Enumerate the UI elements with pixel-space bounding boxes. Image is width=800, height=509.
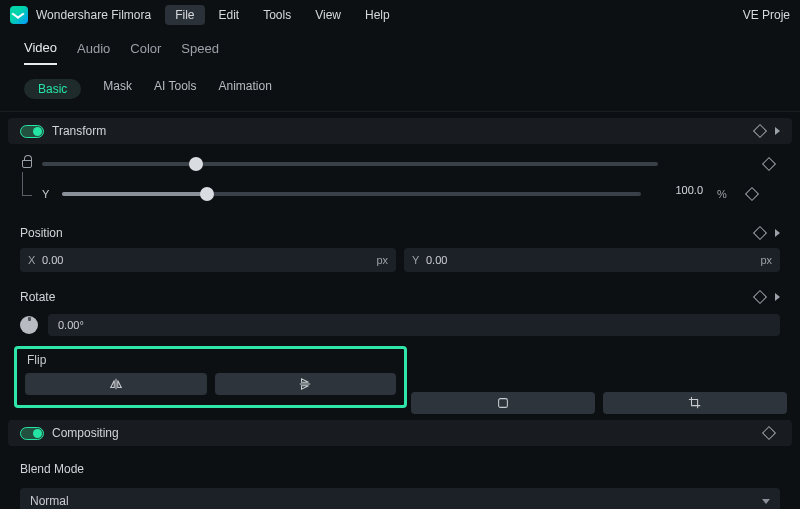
square-icon (496, 396, 510, 410)
tab-video[interactable]: Video (24, 40, 57, 65)
title-bar: Wondershare Filmora File Edit Tools View… (0, 0, 800, 30)
tab-color[interactable]: Color (130, 41, 161, 64)
chevron-down-icon (762, 499, 770, 504)
keyframe-icon[interactable] (745, 187, 759, 201)
keyframe-icon[interactable] (762, 157, 776, 171)
project-name: VE Proje (743, 8, 790, 22)
scale-x-row (8, 144, 792, 178)
keyframe-icon[interactable] (753, 124, 767, 138)
blend-mode-select[interactable]: Normal (20, 488, 780, 509)
primary-tabs: Video Audio Color Speed (0, 30, 800, 69)
blend-header: Blend Mode (8, 452, 792, 482)
rotate-dial[interactable] (20, 316, 38, 334)
app-logo-icon (10, 6, 28, 24)
crop-button[interactable] (603, 392, 787, 414)
scale-y-row: Y 100.0 % (8, 178, 792, 210)
expand-icon[interactable] (775, 293, 780, 301)
crop-icon (688, 396, 702, 410)
rotate-row: 0.00° (8, 310, 792, 340)
transform-title: Transform (52, 124, 106, 138)
rotate-input[interactable]: 0.00° (48, 314, 780, 336)
tab-speed[interactable]: Speed (181, 41, 219, 64)
compositing-title: Compositing (52, 426, 119, 440)
menu-file[interactable]: File (165, 5, 204, 25)
flip-title: Flip (25, 353, 396, 373)
app-title: Wondershare Filmora (36, 8, 151, 22)
scale-x-slider[interactable] (189, 157, 203, 171)
blend-title: Blend Mode (20, 462, 84, 476)
flip-highlight: Flip (14, 346, 407, 408)
transform-toggle[interactable] (20, 125, 44, 138)
properties-panel: Transform Y 100.0 % Position X 0 (0, 118, 800, 509)
keyframe-icon[interactable] (753, 290, 767, 304)
tab-audio[interactable]: Audio (77, 41, 110, 64)
position-title: Position (20, 226, 63, 240)
scale-y-value[interactable]: 100.0 (649, 184, 709, 204)
main-menu: File Edit Tools View Help (165, 5, 400, 25)
compositing-toggle[interactable] (20, 427, 44, 440)
blend-mode-value: Normal (30, 494, 69, 508)
subtab-aitools[interactable]: AI Tools (154, 79, 196, 99)
position-header: Position (8, 216, 792, 246)
menu-tools[interactable]: Tools (253, 5, 301, 25)
transform-header[interactable]: Transform (8, 118, 792, 144)
rotate-title: Rotate (20, 290, 55, 304)
menu-help[interactable]: Help (355, 5, 400, 25)
position-inputs: X 0.00 px Y 0.00 px (8, 246, 792, 274)
expand-icon[interactable] (775, 229, 780, 237)
scale-x-value[interactable] (666, 154, 726, 174)
subtab-mask[interactable]: Mask (103, 79, 132, 99)
flip-vertical-button[interactable] (215, 373, 397, 395)
menu-edit[interactable]: Edit (209, 5, 250, 25)
rotate-header: Rotate (8, 280, 792, 310)
flip-area: Flip (8, 340, 792, 414)
subtab-animation[interactable]: Animation (218, 79, 271, 99)
lock-icon[interactable] (22, 160, 32, 168)
position-y-input[interactable]: Y 0.00 px (404, 248, 780, 272)
scale-y-label: Y (42, 188, 54, 200)
keyframe-icon[interactable] (753, 226, 767, 240)
sub-tabs: Basic Mask AI Tools Animation (0, 69, 800, 112)
flip-horizontal-icon (109, 377, 123, 391)
position-x-input[interactable]: X 0.00 px (20, 248, 396, 272)
menu-view[interactable]: View (305, 5, 351, 25)
flip-vertical-icon (298, 377, 312, 391)
expand-icon[interactable] (775, 127, 780, 135)
scale-y-unit: % (717, 188, 733, 200)
flip-horizontal-button[interactable] (25, 373, 207, 395)
fit-button[interactable] (411, 392, 595, 414)
subtab-basic[interactable]: Basic (24, 79, 81, 99)
keyframe-icon[interactable] (762, 426, 776, 440)
link-branch-icon (22, 172, 32, 196)
scale-y-slider[interactable] (62, 192, 641, 196)
compositing-header[interactable]: Compositing (8, 420, 792, 446)
svg-rect-0 (499, 399, 508, 408)
